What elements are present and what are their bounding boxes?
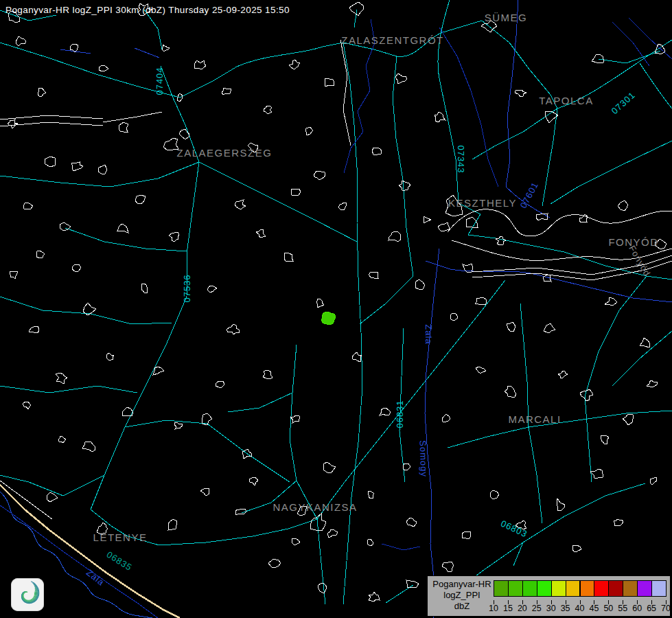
settlement-outline bbox=[462, 531, 471, 538]
legend-color-cell bbox=[551, 580, 566, 597]
settlement-outline bbox=[369, 592, 380, 602]
settlement-outline bbox=[169, 232, 179, 242]
legend-color-cell bbox=[608, 580, 623, 597]
settlement-outline bbox=[475, 297, 487, 305]
legend-panel: Poganyvar-HR logZ_PPI dbZ 10152025303540… bbox=[427, 575, 671, 617]
settlement-outline bbox=[194, 60, 206, 69]
settlement-outline bbox=[122, 407, 133, 416]
settlement-outline bbox=[292, 538, 300, 545]
settlement-outline bbox=[476, 367, 486, 373]
legend-color-cell bbox=[580, 580, 595, 597]
settlement-outline bbox=[368, 491, 373, 499]
settlement-outline bbox=[380, 408, 391, 415]
settlement-outline bbox=[45, 157, 55, 167]
legend-color-cell bbox=[594, 580, 609, 597]
settlement-outline bbox=[435, 112, 445, 122]
settlement-outline bbox=[82, 442, 95, 452]
settlement-outline bbox=[572, 545, 581, 552]
settlement-outline bbox=[249, 477, 258, 485]
legend-color-cell bbox=[508, 580, 523, 597]
settlement-outline bbox=[284, 253, 293, 261]
legend-product-name: logZ_PPI bbox=[429, 590, 495, 601]
settlement-outline bbox=[291, 189, 301, 196]
settlement-outline bbox=[640, 338, 650, 347]
settlement-outline bbox=[623, 414, 633, 425]
settlement-outline bbox=[227, 324, 240, 334]
map-linework bbox=[0, 0, 672, 618]
settlement-outline bbox=[395, 73, 407, 84]
settlement-outline bbox=[647, 380, 657, 387]
settlement-outline bbox=[305, 127, 313, 135]
settlement-outline bbox=[442, 414, 450, 422]
city-label: ZALASZENTGRÓT bbox=[341, 34, 444, 46]
settlement-outline bbox=[119, 122, 128, 132]
city-label: KESZTHELY bbox=[448, 197, 517, 209]
legend-color-cell bbox=[637, 580, 652, 597]
settlement-outline bbox=[406, 518, 417, 527]
settlement-outline bbox=[162, 45, 170, 51]
settlement-outline bbox=[23, 402, 31, 409]
settlement-outline bbox=[369, 272, 378, 278]
road-number-label: 07343 bbox=[456, 145, 466, 173]
settlement-outline bbox=[318, 583, 327, 593]
settlement-outline bbox=[8, 119, 18, 128]
settlement-outline bbox=[515, 90, 526, 97]
settlement-outline bbox=[601, 435, 609, 444]
settlement-outline bbox=[216, 381, 224, 387]
settlement-outline bbox=[389, 231, 401, 242]
settlement-outline bbox=[264, 106, 272, 113]
settlement-outline bbox=[505, 386, 516, 397]
legend-tick-label: 70 bbox=[658, 604, 672, 613]
settlement-outline bbox=[614, 519, 623, 526]
settlement-outline bbox=[316, 299, 324, 308]
legend-color-cell bbox=[522, 580, 537, 597]
settlement-outline bbox=[135, 195, 146, 204]
settlement-outline bbox=[256, 229, 266, 238]
city-label: NAGYKANIZSA bbox=[273, 501, 357, 513]
settlement-outline bbox=[338, 203, 347, 210]
settlement-outline bbox=[106, 353, 114, 360]
road-number-label: 06831 bbox=[395, 400, 405, 428]
boundary-label: Somogy bbox=[418, 440, 430, 477]
boundary-label: Zala bbox=[424, 324, 434, 344]
settlement-outline bbox=[23, 203, 33, 209]
road-number-label: 07404 bbox=[154, 67, 165, 95]
settlement-outline bbox=[590, 469, 603, 478]
settlement-outline bbox=[289, 60, 300, 69]
settlement-outline bbox=[222, 88, 231, 95]
settlement-outline bbox=[507, 322, 515, 332]
settlement-outline bbox=[490, 490, 499, 499]
settlement-outline bbox=[56, 373, 67, 384]
settlement-outline bbox=[179, 129, 189, 139]
city-label: ZALAEGERSZEG bbox=[177, 147, 273, 159]
settlement-outline bbox=[536, 214, 548, 220]
legend-station-name: Poganyvar-HR bbox=[429, 579, 495, 590]
settlement-outline bbox=[71, 162, 83, 171]
settlement-outline bbox=[200, 488, 209, 496]
settlement-outline bbox=[399, 181, 410, 190]
road-number-label: 07536 bbox=[182, 274, 192, 302]
settlement-outline bbox=[406, 580, 419, 588]
water-layer bbox=[0, 0, 672, 618]
legend-color-cell bbox=[566, 580, 581, 597]
settlement-outline bbox=[98, 165, 107, 174]
settlement-outline bbox=[327, 529, 338, 538]
city-label: MARCALI bbox=[508, 413, 561, 425]
settlement-outline bbox=[268, 559, 281, 568]
settlement-outline bbox=[10, 271, 18, 279]
settlement-outline bbox=[650, 477, 657, 485]
settlement-outline bbox=[367, 539, 373, 546]
settlement-outline bbox=[545, 111, 558, 123]
spiral-logo-icon bbox=[11, 578, 44, 611]
legend-color-cell bbox=[537, 580, 552, 597]
legend-color-scale: 10152025303540455055606570 bbox=[494, 580, 666, 597]
app-logo bbox=[11, 578, 44, 611]
settlement-outline bbox=[314, 171, 325, 180]
legend-color-cell bbox=[651, 580, 667, 597]
radar-title: Poganyvar-HR logZ_PPI 30km (dbZ) Thursda… bbox=[5, 5, 290, 15]
settlement-outline bbox=[117, 224, 128, 233]
settlement-outline bbox=[352, 352, 362, 362]
settlement-outline bbox=[174, 422, 183, 429]
settlement-outline bbox=[207, 286, 217, 293]
settlement-outline bbox=[325, 78, 334, 87]
